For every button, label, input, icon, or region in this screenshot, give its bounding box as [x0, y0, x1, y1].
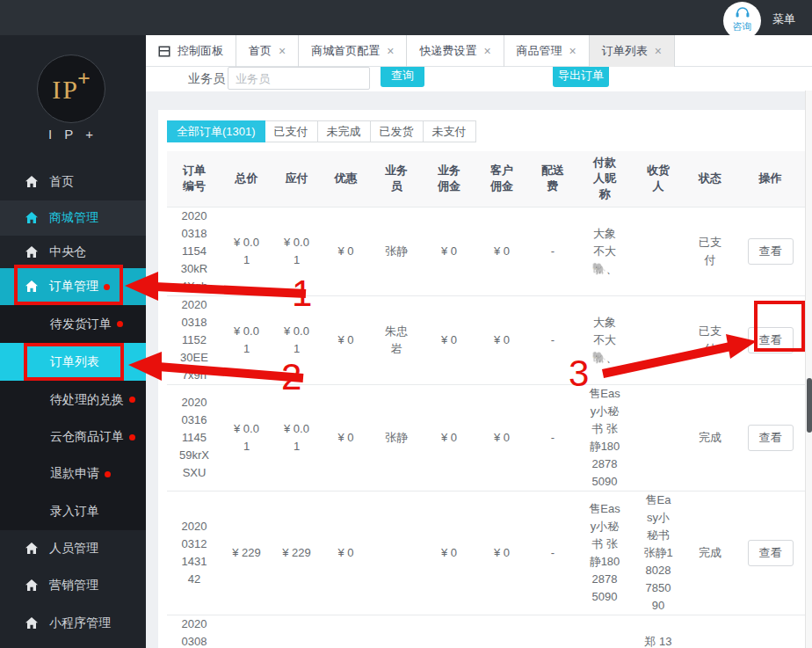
tab-label: 商品管理 — [517, 43, 562, 59]
col-header-sales-commission: 业务佣金 — [423, 151, 475, 207]
cell-payer-nickname: 售Easy小秘书 张静18028785090 — [577, 491, 632, 615]
cell-total: ¥ 0.01 — [221, 295, 272, 384]
consult-button[interactable]: 咨询 — [723, 2, 761, 40]
cell-order-no: 20200318115430kR4Xgb — [167, 207, 221, 295]
filter-unpaid[interactable]: 未支付 — [424, 120, 476, 142]
cell-delivery-fee: - — [528, 207, 577, 295]
col-header-consignee: 收货人 — [632, 151, 685, 207]
sidebar-item-order-list[interactable]: 订单列表 — [0, 343, 146, 381]
tab-label: 订单列表 — [602, 43, 648, 59]
filter-incomplete[interactable]: 未完成 — [318, 120, 371, 142]
filter-shipped[interactable]: 已发货 — [371, 120, 424, 142]
col-header-discount: 优惠 — [322, 151, 370, 207]
sidebar-item-miniprogram-mgmt[interactable]: 小程序管理 — [0, 604, 146, 642]
notification-dot — [129, 397, 135, 403]
close-icon[interactable]: × — [279, 44, 286, 58]
cell-consignee — [632, 384, 685, 491]
view-button[interactable]: 查看 — [748, 327, 794, 353]
cell-order-no: 20200318115230EE7x9h — [167, 295, 221, 384]
sidebar-item-pending-shipment[interactable]: 待发货订单 — [0, 305, 146, 343]
sidebar-item-label: 待发货订单 — [50, 317, 112, 332]
cell-consignee — [632, 295, 685, 384]
view-button[interactable]: 查看 — [748, 540, 794, 566]
sidebar-item-marketing-mgmt[interactable]: 营销管理 — [0, 567, 146, 604]
view-button[interactable]: 查看 — [748, 425, 794, 451]
menu-link[interactable]: 菜单 — [772, 11, 795, 27]
close-icon[interactable]: × — [387, 44, 394, 58]
sidebar-item-label: 首页 — [49, 174, 74, 190]
sidebar-item-refund-request[interactable]: 退款申请 — [0, 455, 146, 492]
sidebar-item-label: 退款申请 — [50, 466, 99, 482]
home-icon — [25, 280, 39, 294]
cell-action: 查看 — [736, 295, 805, 384]
close-icon[interactable]: × — [569, 44, 576, 58]
cell-sales-commission: ¥ 0 — [423, 295, 475, 384]
cell-payable: ¥ 0.01 — [272, 207, 322, 295]
col-header-payable: 应付 — [272, 151, 322, 207]
vertical-scrollbar[interactable] — [805, 91, 812, 648]
home-icon — [25, 245, 39, 259]
tab-order-list[interactable]: 订单列表 × — [590, 35, 675, 67]
cell-payer-nickname: – — [577, 615, 632, 648]
cell-total: ¥ 229 — [221, 491, 272, 615]
sidebar-item-personnel-mgmt[interactable]: 人员管理 — [0, 530, 146, 567]
scrollbar-thumb[interactable] — [807, 378, 812, 433]
cell-salesman: 朱忠岩 — [370, 295, 423, 384]
cell-payer-nickname: 大象不大🐘、 — [577, 207, 632, 295]
sidebar-item-home[interactable]: 首页 — [0, 164, 146, 200]
tab-product-mgmt[interactable]: 商品管理 × — [504, 35, 590, 67]
cell-discount: ¥ 0 — [322, 615, 370, 648]
table-row: 20200312143142 ¥ 229 ¥ 229 ¥ 0 ¥ 0 ¥ 0 -… — [167, 491, 805, 615]
view-button[interactable]: 查看 — [748, 238, 794, 265]
sidebar-item-order-mgmt[interactable]: 订单管理 — [0, 268, 146, 305]
sidebar-item-pending-exchange[interactable]: 待处理的兑换 — [0, 381, 146, 419]
cell-action: 查看 — [736, 615, 805, 648]
sidebar-item-mall-mgmt[interactable]: 商城管理 — [0, 200, 146, 236]
filter-all-orders[interactable]: 全部订单(1301) — [167, 120, 265, 142]
sidebar-item-label: 营销管理 — [49, 578, 98, 593]
cell-status: 已支付 — [685, 207, 736, 295]
salesman-input[interactable] — [228, 67, 370, 90]
col-header-status: 状态 — [685, 151, 736, 207]
cell-payer-nickname: 大象不大🐘、 — [577, 295, 632, 384]
cell-action: 查看 — [736, 384, 805, 491]
sidebar-item-central-warehouse[interactable]: 中央仓 — [0, 236, 146, 268]
tab-express-fee-settings[interactable]: 快递费设置 × — [407, 35, 504, 67]
cell-salesman: 测试 — [370, 615, 423, 648]
home-icon — [25, 579, 39, 593]
cell-total: ¥ 0.1 — [221, 615, 272, 648]
tab-mall-homepage-config[interactable]: 商城首页配置 × — [299, 35, 407, 67]
query-button[interactable]: 查询 — [381, 63, 424, 87]
brand-logo: IP+ — [37, 55, 105, 123]
sidebar-menu: 首页 商城管理 中央仓 订单管理 待发货订单 订单列表 待处理的兑换 云仓商品订… — [0, 164, 146, 642]
cell-payable: ¥ 0.1 — [272, 615, 322, 648]
sidebar: IP+ I P + 首页 商城管理 中央仓 订单管理 待发货订单 订单列表 待处… — [0, 35, 146, 648]
close-icon[interactable]: × — [483, 44, 490, 58]
cell-status: 已支付 — [685, 295, 736, 384]
table-header-row: 订单编号 总价 应付 优惠 业务员 业务佣金 客户佣金 配送费 付款人昵称 收货… — [167, 151, 805, 207]
notification-dot — [129, 434, 135, 440]
cell-salesman — [370, 491, 423, 615]
sidebar-item-label: 商城管理 — [49, 210, 98, 226]
tab-control-panel[interactable]: 控制面板 — [146, 35, 236, 67]
sidebar-item-label: 待处理的兑换 — [50, 392, 124, 408]
cell-delivery-fee: - — [528, 295, 577, 384]
sidebar-item-cloud-warehouse-orders[interactable]: 云仓商品订单 — [0, 419, 146, 455]
sidebar-item-label: 订单列表 — [50, 354, 99, 370]
cell-consignee: 售Easy小秘书 张静18028785090 — [632, 491, 685, 615]
table-row: 2020030800032 5gxSQnD ¥ 0.1 ¥ 0.1 ¥ 0 测试… — [167, 615, 805, 648]
cell-payer-nickname: 售Easy小秘书 张静18028785090 — [577, 384, 632, 491]
tab-home[interactable]: 首页 × — [236, 35, 299, 67]
orders-table: 订单编号 总价 应付 优惠 业务员 业务佣金 客户佣金 配送费 付款人昵称 收货… — [167, 151, 805, 648]
sidebar-item-label: 云仓商品订单 — [50, 429, 124, 445]
cell-total: ¥ 0.01 — [221, 207, 272, 295]
sidebar-item-label: 录入订单 — [50, 504, 99, 520]
filter-paid[interactable]: 已支付 — [265, 120, 318, 142]
cell-consignee — [632, 207, 685, 295]
sidebar-item-enter-order[interactable]: 录入订单 — [0, 492, 146, 530]
col-header-salesman: 业务员 — [370, 151, 423, 207]
close-icon[interactable]: × — [655, 44, 662, 58]
cell-customer-commission: ¥ 0 — [475, 491, 528, 615]
salesman-label: 业务员 — [188, 71, 225, 87]
export-orders-button[interactable]: 导出订单 — [553, 63, 609, 87]
